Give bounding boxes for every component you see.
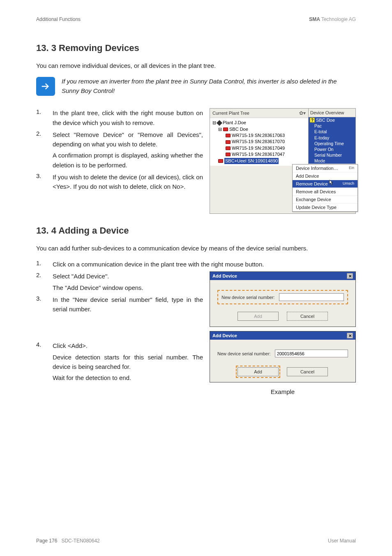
serial-input[interactable] xyxy=(275,350,348,357)
steps-list-2: 2. Select "Add Device". The "Add Device"… xyxy=(36,271,203,385)
page-footer: Page 176 SDC-TEN080642 User Manual xyxy=(36,538,356,544)
section1-body: 1. In the plant tree, click with the rig… xyxy=(36,108,356,214)
serial-label: New device serial number: xyxy=(217,351,271,356)
highlighted-input-row: New device serial number: xyxy=(217,290,348,304)
footer-right: User Manual xyxy=(328,538,356,544)
overview-item[interactable]: Power On xyxy=(309,146,355,152)
intro-adding: You can add further sub-devices to a com… xyxy=(36,243,356,253)
overview-item[interactable]: Pac xyxy=(309,123,355,129)
overview-item[interactable]: Mode xyxy=(309,158,355,164)
page-header: Additional Functions SMA Technologie AG xyxy=(36,16,356,22)
tree-inv-3[interactable]: WR715-19 SN:283617049 xyxy=(212,145,307,151)
device-icon xyxy=(226,134,231,137)
gear-icon[interactable]: ✿▾ xyxy=(299,110,306,116)
step2-1: 1. Click on a communication device in th… xyxy=(36,259,356,269)
ctx-remove-device[interactable]: Remove Device Umsch xyxy=(293,180,357,188)
close-icon[interactable]: ✕ xyxy=(347,273,353,279)
section2-body: 2. Select "Add Device". The "Add Device"… xyxy=(36,271,356,395)
page-number: Page 176 xyxy=(36,538,57,544)
device-icon xyxy=(218,159,223,163)
cancel-button[interactable]: Cancel xyxy=(287,367,328,376)
ctx-add-device[interactable]: Add Device xyxy=(293,172,357,180)
serial-input[interactable] xyxy=(279,293,344,301)
step-1: 1. In the plant tree, click with the rig… xyxy=(36,108,203,127)
dialog-title: Add Device xyxy=(212,333,237,338)
note-block: If you remove an inverter from the plant… xyxy=(36,77,356,96)
doc-code: SDC-TEN080642 xyxy=(61,538,99,544)
step-2: 2. Select "Remove Device" or "Remove all… xyxy=(36,130,203,170)
step-3: 3. If you wish to delete the device (or … xyxy=(36,172,203,192)
device-icon xyxy=(226,153,231,156)
tree-root[interactable]: ⊟ Plant J.Doe xyxy=(212,120,307,126)
dialog-title: Add Device xyxy=(212,273,237,278)
tree-inv-4[interactable]: WR715-19 SN:283617047 xyxy=(212,151,307,158)
cursor-icon xyxy=(329,179,334,185)
overview-selected[interactable]: ?SBC Doe xyxy=(309,117,355,123)
add-device-screenshots: Add Device ✕ New device serial number: A… xyxy=(210,271,356,395)
tree-sbc[interactable]: ⊟ SBC Doe xyxy=(212,126,307,132)
add-button[interactable]: Add xyxy=(238,367,279,376)
tree-title: Current Plant Tree xyxy=(212,111,249,116)
plant-icon xyxy=(217,120,222,126)
tree-inv-1[interactable]: WR715-19 SN:283617063 xyxy=(212,132,307,139)
step2-2: 2. Select "Add Device". The "Add Device"… xyxy=(36,271,203,292)
add-button[interactable]: Add xyxy=(238,312,279,321)
step2-4: 4. Click <Add>. Device detection starts … xyxy=(36,341,203,382)
step2-3: 3. In the "New device serial number" fie… xyxy=(36,295,203,314)
overview-title: Device Overview xyxy=(309,109,355,117)
heading-removing-devices: 13. 3 Removing Devices xyxy=(36,43,356,53)
ctx-update-type[interactable]: Update Device Type xyxy=(293,204,357,211)
context-menu: Device Information…Ein Add Device Remove… xyxy=(292,164,358,212)
plant-tree-screenshot: Current Plant Tree ✿▾ ⊟ Plant J.Doe ⊟ SB… xyxy=(210,108,356,214)
close-icon[interactable]: ✕ xyxy=(347,333,353,338)
device-icon xyxy=(226,140,231,144)
overview-item[interactable]: Serial Number xyxy=(309,152,355,158)
intro-removing: You can remove individual devices, or al… xyxy=(36,61,356,70)
overview-item[interactable]: Operating Time xyxy=(309,141,355,146)
question-icon: ? xyxy=(310,118,315,123)
overview-item[interactable]: E-total xyxy=(309,129,355,134)
add-device-dialog-filled: Add Device ✕ New device serial number: A… xyxy=(210,331,356,382)
example-caption: Example xyxy=(210,388,356,395)
overview-item[interactable]: E-today xyxy=(309,135,355,141)
device-icon xyxy=(226,146,231,150)
ctx-remove-all[interactable]: Remove all Devices xyxy=(293,188,357,196)
steps-list-1: 1. In the plant tree, click with the rig… xyxy=(36,108,203,194)
plant-tree[interactable]: ⊟ Plant J.Doe ⊟ SBC Doe WR715-19 SN:2836… xyxy=(210,118,308,166)
ctx-exchange[interactable]: Exchange Device xyxy=(293,196,357,204)
device-icon xyxy=(223,127,228,131)
heading-adding-device: 13. 4 Adding a Device xyxy=(36,225,356,236)
cancel-button[interactable]: Cancel xyxy=(287,312,328,321)
arrow-right-icon xyxy=(36,77,55,96)
serial-label: New device serial number: xyxy=(221,295,275,300)
ctx-device-info[interactable]: Device Information…Ein xyxy=(293,164,357,172)
header-right: SMA Technologie AG xyxy=(309,16,356,22)
tree-inv-2[interactable]: WR715-19 SN:283617070 xyxy=(212,139,307,145)
header-left: Additional Functions xyxy=(36,16,81,22)
note-text: If you remove an inverter from the plant… xyxy=(62,77,356,95)
tree-selected[interactable]: SBC+Ueel SN:109014890 xyxy=(212,158,307,164)
add-device-dialog-empty: Add Device ✕ New device serial number: A… xyxy=(210,271,356,327)
